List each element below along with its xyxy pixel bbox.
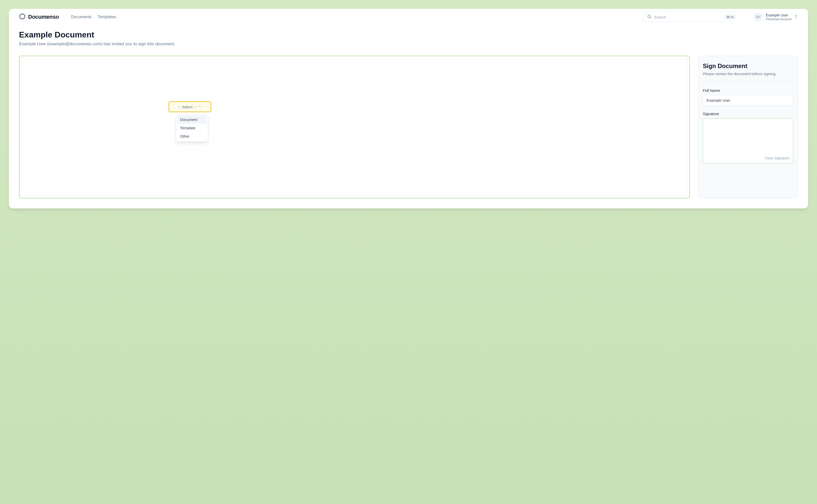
content: Example Document Example User (example@d… [9,25,808,208]
page-title: Example Document [19,30,798,39]
select-field: -- Select -- Document Template Other [169,101,211,112]
signature-label: Signature [703,112,793,116]
logo[interactable]: Documenso [19,13,59,21]
nav-bar: Documenso Documents Templates ⌘+K EU Exa… [9,9,808,25]
select-placeholder: -- Select -- [178,105,196,109]
main-layout: -- Select -- Document Template Other [19,56,798,198]
sidebar-subtitle: Please review the document before signin… [703,72,793,76]
select-option-template[interactable]: Template [177,124,207,132]
clear-signature-button[interactable]: Clear Signature [765,156,789,160]
search-shortcut: ⌘+K [724,14,736,20]
app-window: Documenso Documents Templates ⌘+K EU Exa… [9,9,808,208]
select-option-other[interactable]: Other [177,132,207,140]
logo-icon [19,13,26,21]
avatar: EU [754,12,763,22]
page-subtitle: Example User (example@documenso.com) has… [19,41,798,47]
logo-text: Documenso [28,14,59,20]
svg-point-0 [648,15,651,18]
nav-links: Documents Templates [71,15,116,19]
chevron-updown-icon [794,15,798,19]
document-viewer: -- Select -- Document Template Other [19,56,690,198]
search-icon [647,14,652,20]
nav-templates[interactable]: Templates [97,15,116,19]
sidebar-title: Sign Document [703,62,793,70]
signature-pad[interactable]: Clear Signature [703,118,793,163]
search-input[interactable] [654,15,722,19]
full-name-input[interactable] [703,95,793,106]
user-text: Example User Personal Account [766,13,791,21]
chevron-down-icon [198,104,201,109]
user-subtitle: Personal Account [766,17,791,21]
search-bar[interactable]: ⌘+K [643,12,740,22]
select-option-document[interactable]: Document [177,115,207,124]
document-page[interactable]: -- Select -- Document Template Other [22,58,687,196]
select-dropdown: Document Template Other [176,114,208,142]
nav-documents[interactable]: Documents [71,15,91,19]
sidebar-divider [703,81,793,81]
full-name-label: Full Name [703,88,793,93]
sign-sidebar: Sign Document Please review the document… [698,56,798,198]
select-trigger[interactable]: -- Select -- [169,101,211,112]
user-name: Example User [766,13,791,17]
user-menu[interactable]: EU Example User Personal Account [754,12,798,22]
